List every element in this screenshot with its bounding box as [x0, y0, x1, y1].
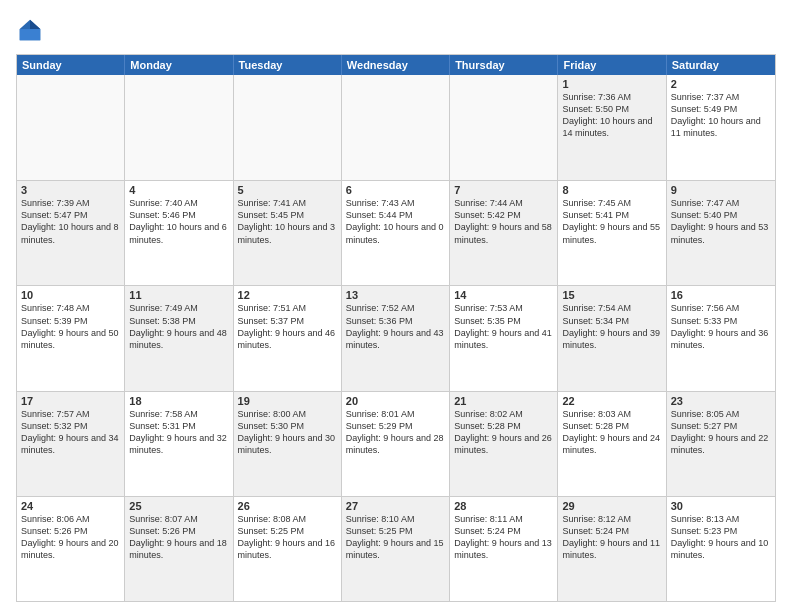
day-number: 21 [454, 395, 553, 407]
logo-icon [16, 16, 44, 44]
calendar: SundayMondayTuesdayWednesdayThursdayFrid… [16, 54, 776, 602]
day-number: 28 [454, 500, 553, 512]
day-info: Sunrise: 7:52 AM Sunset: 5:36 PM Dayligh… [346, 302, 445, 351]
calendar-week: 1Sunrise: 7:36 AM Sunset: 5:50 PM Daylig… [17, 75, 775, 180]
day-number: 13 [346, 289, 445, 301]
day-info: Sunrise: 7:58 AM Sunset: 5:31 PM Dayligh… [129, 408, 228, 457]
calendar-cell: 22Sunrise: 8:03 AM Sunset: 5:28 PM Dayli… [558, 392, 666, 496]
calendar-cell: 29Sunrise: 8:12 AM Sunset: 5:24 PM Dayli… [558, 497, 666, 601]
day-number: 6 [346, 184, 445, 196]
calendar-week: 10Sunrise: 7:48 AM Sunset: 5:39 PM Dayli… [17, 285, 775, 390]
calendar-cell: 14Sunrise: 7:53 AM Sunset: 5:35 PM Dayli… [450, 286, 558, 390]
day-info: Sunrise: 8:07 AM Sunset: 5:26 PM Dayligh… [129, 513, 228, 562]
day-number: 30 [671, 500, 771, 512]
day-number: 1 [562, 78, 661, 90]
page: SundayMondayTuesdayWednesdayThursdayFrid… [0, 0, 792, 612]
calendar-cell: 24Sunrise: 8:06 AM Sunset: 5:26 PM Dayli… [17, 497, 125, 601]
calendar-cell: 21Sunrise: 8:02 AM Sunset: 5:28 PM Dayli… [450, 392, 558, 496]
day-info: Sunrise: 7:49 AM Sunset: 5:38 PM Dayligh… [129, 302, 228, 351]
day-info: Sunrise: 7:39 AM Sunset: 5:47 PM Dayligh… [21, 197, 120, 246]
day-number: 20 [346, 395, 445, 407]
calendar-cell: 25Sunrise: 8:07 AM Sunset: 5:26 PM Dayli… [125, 497, 233, 601]
day-number: 9 [671, 184, 771, 196]
calendar-cell: 1Sunrise: 7:36 AM Sunset: 5:50 PM Daylig… [558, 75, 666, 180]
day-number: 3 [21, 184, 120, 196]
calendar-cell: 16Sunrise: 7:56 AM Sunset: 5:33 PM Dayli… [667, 286, 775, 390]
day-info: Sunrise: 7:45 AM Sunset: 5:41 PM Dayligh… [562, 197, 661, 246]
day-number: 27 [346, 500, 445, 512]
calendar-cell: 26Sunrise: 8:08 AM Sunset: 5:25 PM Dayli… [234, 497, 342, 601]
day-info: Sunrise: 7:37 AM Sunset: 5:49 PM Dayligh… [671, 91, 771, 140]
calendar-cell: 7Sunrise: 7:44 AM Sunset: 5:42 PM Daylig… [450, 181, 558, 285]
calendar-cell: 18Sunrise: 7:58 AM Sunset: 5:31 PM Dayli… [125, 392, 233, 496]
day-number: 19 [238, 395, 337, 407]
day-info: Sunrise: 7:57 AM Sunset: 5:32 PM Dayligh… [21, 408, 120, 457]
day-info: Sunrise: 7:53 AM Sunset: 5:35 PM Dayligh… [454, 302, 553, 351]
calendar-cell [342, 75, 450, 180]
day-number: 10 [21, 289, 120, 301]
calendar-header-cell: Saturday [667, 55, 775, 75]
day-number: 23 [671, 395, 771, 407]
calendar-cell: 20Sunrise: 8:01 AM Sunset: 5:29 PM Dayli… [342, 392, 450, 496]
calendar-header-cell: Thursday [450, 55, 558, 75]
day-info: Sunrise: 8:01 AM Sunset: 5:29 PM Dayligh… [346, 408, 445, 457]
day-info: Sunrise: 7:51 AM Sunset: 5:37 PM Dayligh… [238, 302, 337, 351]
calendar-cell: 5Sunrise: 7:41 AM Sunset: 5:45 PM Daylig… [234, 181, 342, 285]
day-info: Sunrise: 8:10 AM Sunset: 5:25 PM Dayligh… [346, 513, 445, 562]
day-number: 12 [238, 289, 337, 301]
calendar-week: 24Sunrise: 8:06 AM Sunset: 5:26 PM Dayli… [17, 496, 775, 601]
calendar-header-cell: Sunday [17, 55, 125, 75]
day-info: Sunrise: 8:00 AM Sunset: 5:30 PM Dayligh… [238, 408, 337, 457]
calendar-cell: 6Sunrise: 7:43 AM Sunset: 5:44 PM Daylig… [342, 181, 450, 285]
calendar-cell: 28Sunrise: 8:11 AM Sunset: 5:24 PM Dayli… [450, 497, 558, 601]
day-number: 26 [238, 500, 337, 512]
day-number: 24 [21, 500, 120, 512]
day-info: Sunrise: 8:12 AM Sunset: 5:24 PM Dayligh… [562, 513, 661, 562]
day-info: Sunrise: 7:40 AM Sunset: 5:46 PM Dayligh… [129, 197, 228, 246]
calendar-cell: 23Sunrise: 8:05 AM Sunset: 5:27 PM Dayli… [667, 392, 775, 496]
calendar-cell: 12Sunrise: 7:51 AM Sunset: 5:37 PM Dayli… [234, 286, 342, 390]
day-number: 18 [129, 395, 228, 407]
calendar-cell: 8Sunrise: 7:45 AM Sunset: 5:41 PM Daylig… [558, 181, 666, 285]
calendar-cell [17, 75, 125, 180]
calendar-body: 1Sunrise: 7:36 AM Sunset: 5:50 PM Daylig… [17, 75, 775, 601]
calendar-cell: 11Sunrise: 7:49 AM Sunset: 5:38 PM Dayli… [125, 286, 233, 390]
day-info: Sunrise: 7:47 AM Sunset: 5:40 PM Dayligh… [671, 197, 771, 246]
calendar-header-cell: Friday [558, 55, 666, 75]
calendar-week: 3Sunrise: 7:39 AM Sunset: 5:47 PM Daylig… [17, 180, 775, 285]
day-number: 29 [562, 500, 661, 512]
calendar-cell: 19Sunrise: 8:00 AM Sunset: 5:30 PM Dayli… [234, 392, 342, 496]
day-info: Sunrise: 8:13 AM Sunset: 5:23 PM Dayligh… [671, 513, 771, 562]
day-number: 14 [454, 289, 553, 301]
day-info: Sunrise: 7:48 AM Sunset: 5:39 PM Dayligh… [21, 302, 120, 351]
calendar-cell [450, 75, 558, 180]
calendar-cell: 9Sunrise: 7:47 AM Sunset: 5:40 PM Daylig… [667, 181, 775, 285]
day-number: 7 [454, 184, 553, 196]
calendar-cell [125, 75, 233, 180]
calendar-header-cell: Tuesday [234, 55, 342, 75]
day-info: Sunrise: 7:43 AM Sunset: 5:44 PM Dayligh… [346, 197, 445, 246]
day-number: 15 [562, 289, 661, 301]
day-number: 5 [238, 184, 337, 196]
calendar-cell [234, 75, 342, 180]
day-number: 22 [562, 395, 661, 407]
calendar-week: 17Sunrise: 7:57 AM Sunset: 5:32 PM Dayli… [17, 391, 775, 496]
calendar-cell: 27Sunrise: 8:10 AM Sunset: 5:25 PM Dayli… [342, 497, 450, 601]
day-info: Sunrise: 8:02 AM Sunset: 5:28 PM Dayligh… [454, 408, 553, 457]
calendar-header-cell: Monday [125, 55, 233, 75]
day-info: Sunrise: 8:08 AM Sunset: 5:25 PM Dayligh… [238, 513, 337, 562]
calendar-cell: 2Sunrise: 7:37 AM Sunset: 5:49 PM Daylig… [667, 75, 775, 180]
day-info: Sunrise: 8:05 AM Sunset: 5:27 PM Dayligh… [671, 408, 771, 457]
calendar-cell: 10Sunrise: 7:48 AM Sunset: 5:39 PM Dayli… [17, 286, 125, 390]
calendar-cell: 15Sunrise: 7:54 AM Sunset: 5:34 PM Dayli… [558, 286, 666, 390]
calendar-cell: 30Sunrise: 8:13 AM Sunset: 5:23 PM Dayli… [667, 497, 775, 601]
calendar-header-cell: Wednesday [342, 55, 450, 75]
day-info: Sunrise: 7:54 AM Sunset: 5:34 PM Dayligh… [562, 302, 661, 351]
day-number: 16 [671, 289, 771, 301]
day-number: 4 [129, 184, 228, 196]
day-info: Sunrise: 7:41 AM Sunset: 5:45 PM Dayligh… [238, 197, 337, 246]
day-info: Sunrise: 7:56 AM Sunset: 5:33 PM Dayligh… [671, 302, 771, 351]
day-info: Sunrise: 7:36 AM Sunset: 5:50 PM Dayligh… [562, 91, 661, 140]
day-info: Sunrise: 8:06 AM Sunset: 5:26 PM Dayligh… [21, 513, 120, 562]
header [16, 16, 776, 44]
